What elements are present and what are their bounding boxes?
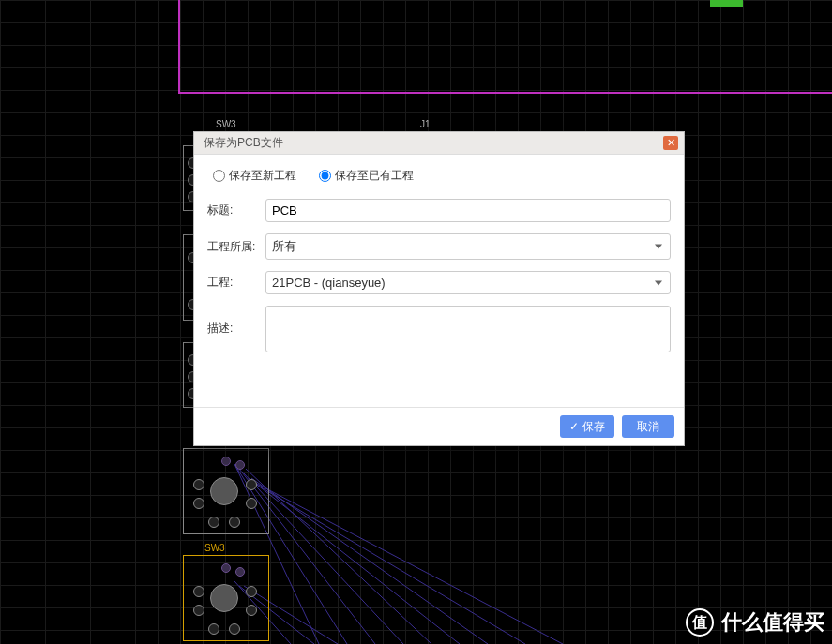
svg-line-4 — [246, 469, 431, 644]
label-owner: 工程所属: — [207, 239, 265, 255]
radio-existing-project[interactable]: 保存至已有工程 — [319, 168, 414, 184]
label-project: 工程: — [207, 275, 265, 291]
svg-line-6 — [251, 478, 488, 644]
owner-select[interactable]: 所有 — [265, 233, 671, 260]
component-box[interactable] — [183, 448, 269, 534]
radio-existing-project-input[interactable] — [319, 170, 331, 182]
watermark-badge: 值 — [686, 608, 714, 637]
svg-line-8 — [255, 483, 563, 644]
radio-new-project-input[interactable] — [213, 170, 225, 182]
project-select[interactable]: 21PCB - (qianseyue) — [265, 271, 671, 294]
component-label-j1: J1 — [420, 119, 431, 129]
dialog-body: 保存至新工程 保存至已有工程 标题: 工程所属: 所有 工程: 21PCB - … — [194, 155, 684, 407]
label-desc: 描述: — [207, 306, 265, 337]
save-target-radios: 保存至新工程 保存至已有工程 — [207, 168, 671, 184]
watermark: 值 什么值得买 — [686, 608, 824, 637]
dialog-title-text: 保存为PCB文件 — [204, 135, 283, 151]
dialog-titlebar: 保存为PCB文件 ✕ — [194, 132, 684, 155]
watermark-text: 什么值得买 — [721, 608, 824, 637]
desc-textarea[interactable] — [265, 306, 671, 352]
radio-existing-project-label: 保存至已有工程 — [335, 168, 414, 184]
svg-line-5 — [249, 478, 460, 644]
check-icon: ✓ — [569, 420, 579, 433]
cancel-button[interactable]: 取消 — [622, 415, 674, 438]
svg-line-7 — [253, 483, 525, 644]
close-icon[interactable]: ✕ — [663, 136, 678, 150]
save-button-label: 保存 — [582, 419, 605, 435]
cancel-button-label: 取消 — [637, 419, 659, 435]
save-dialog: 保存为PCB文件 ✕ 保存至新工程 保存至已有工程 标题: 工程所属: 所有 工 — [193, 131, 685, 446]
component-box-selected[interactable]: SW3 — [183, 555, 269, 641]
save-button[interactable]: ✓ 保存 — [560, 415, 614, 438]
label-title: 标题: — [207, 202, 265, 218]
component-label-sw3: SW3 — [216, 119, 236, 129]
title-input[interactable] — [265, 199, 671, 222]
project-select-value: 21PCB - (qianseyue) — [272, 276, 386, 290]
dialog-footer: ✓ 保存 取消 — [194, 407, 684, 445]
radio-new-project-label: 保存至新工程 — [229, 168, 296, 184]
component-label-sw3-sel: SW3 — [204, 543, 225, 553]
owner-select-value: 所有 — [272, 238, 296, 255]
board-outline — [178, 0, 832, 94]
radio-new-project[interactable]: 保存至新工程 — [213, 168, 296, 184]
